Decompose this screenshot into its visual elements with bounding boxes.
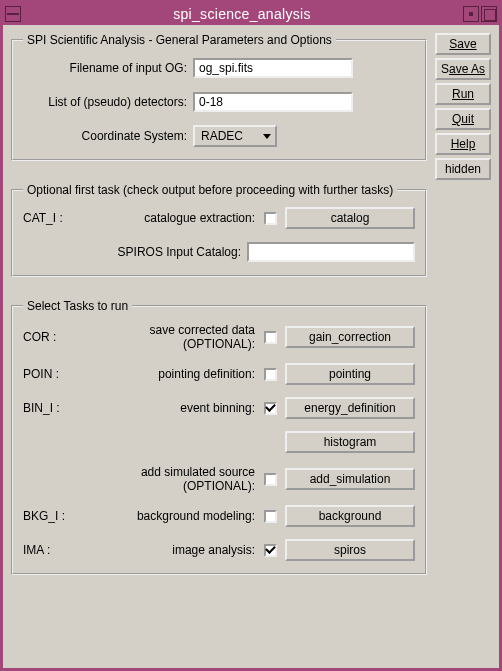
row-spiros-input: SPIROS Input Catalog:: [23, 241, 415, 263]
poin-prefix: POIN :: [23, 367, 77, 381]
main-area: SPI Scientific Analysis - General Parame…: [11, 33, 427, 575]
bkg-label: background modeling:: [77, 509, 261, 523]
row-coord: Coordinate System: RADEC: [23, 125, 415, 147]
group-optional-first: Optional first task (check output before…: [11, 183, 427, 277]
bin-prefix: BIN_I :: [23, 401, 77, 415]
group-optional-legend: Optional first task (check output before…: [23, 183, 397, 197]
row-bin: BIN_I : event binning: energy_definition: [23, 397, 415, 419]
poin-checkbox[interactable]: [264, 368, 277, 381]
gain-correction-button[interactable]: gain_correction: [285, 326, 415, 348]
client-area: Save Save As Run Quit Help hidden SPI Sc…: [3, 25, 499, 668]
ima-label: image analysis:: [77, 543, 261, 557]
titlebar: spi_science_analysis: [3, 3, 499, 25]
run-button[interactable]: Run: [435, 83, 491, 105]
group-general-legend: SPI Scientific Analysis - General Parame…: [23, 33, 336, 47]
row-poin: POIN : pointing definition: pointing: [23, 363, 415, 385]
filename-label: Filename of input OG:: [23, 61, 193, 75]
add-simulation-button[interactable]: add_simulation: [285, 468, 415, 490]
group-tasks-legend: Select Tasks to run: [23, 299, 132, 313]
energy-definition-button[interactable]: energy_definition: [285, 397, 415, 419]
cor-prefix: COR :: [23, 330, 77, 344]
histogram-button[interactable]: histogram: [285, 431, 415, 453]
save-as-button[interactable]: Save As: [435, 58, 491, 80]
window-frame: spi_science_analysis Save Save As Run Qu…: [0, 0, 502, 671]
ima-prefix: IMA :: [23, 543, 77, 557]
coord-select-value: RADEC: [201, 129, 243, 143]
spiros-label: SPIROS Input Catalog:: [83, 245, 247, 259]
spiros-input[interactable]: [247, 242, 415, 262]
save-button[interactable]: Save: [435, 33, 491, 55]
background-button[interactable]: background: [285, 505, 415, 527]
row-cat: CAT_I : catalogue extraction: catalog: [23, 207, 415, 229]
cat-label: catalogue extraction:: [83, 211, 261, 225]
coord-label: Coordinate System:: [23, 129, 193, 143]
chevron-down-icon: [263, 134, 271, 139]
pointing-button[interactable]: pointing: [285, 363, 415, 385]
cor-label: save corrected data (OPTIONAL):: [77, 323, 261, 351]
window-title: spi_science_analysis: [21, 6, 463, 22]
cat-checkbox[interactable]: [264, 212, 277, 225]
poin-label: pointing definition:: [77, 367, 261, 381]
minimize-icon[interactable]: [463, 6, 479, 22]
row-add-sim: add simulated source (OPTIONAL): add_sim…: [23, 465, 415, 493]
spiros-button[interactable]: spiros: [285, 539, 415, 561]
detectors-label: List of (pseudo) detectors:: [23, 95, 193, 109]
window-controls: [463, 6, 497, 22]
cat-prefix: CAT_I :: [23, 211, 83, 225]
row-ima: IMA : image analysis: spiros: [23, 539, 415, 561]
window-menu-icon[interactable]: [5, 6, 21, 22]
quit-button[interactable]: Quit: [435, 108, 491, 130]
row-filename: Filename of input OG:: [23, 57, 415, 79]
bkg-prefix: BKG_I :: [23, 509, 77, 523]
detectors-input[interactable]: [193, 92, 353, 112]
bin-checkbox[interactable]: [264, 402, 277, 415]
bkg-checkbox[interactable]: [264, 510, 277, 523]
help-button[interactable]: Help: [435, 133, 491, 155]
group-tasks: Select Tasks to run COR : save corrected…: [11, 299, 427, 575]
row-histogram: histogram: [23, 431, 415, 453]
row-bkg: BKG_I : background modeling: background: [23, 505, 415, 527]
group-general: SPI Scientific Analysis - General Parame…: [11, 33, 427, 161]
filename-input[interactable]: [193, 58, 353, 78]
cor-checkbox[interactable]: [264, 331, 277, 344]
addsim-checkbox[interactable]: [264, 473, 277, 486]
maximize-icon[interactable]: [481, 6, 497, 22]
hidden-button[interactable]: hidden: [435, 158, 491, 180]
row-detectors: List of (pseudo) detectors:: [23, 91, 415, 113]
coord-select[interactable]: RADEC: [193, 125, 277, 147]
sidebar: Save Save As Run Quit Help hidden: [435, 33, 491, 180]
save-as-label: Save As: [441, 62, 485, 76]
addsim-label: add simulated source (OPTIONAL):: [77, 465, 261, 493]
bin-label: event binning:: [77, 401, 261, 415]
row-cor: COR : save corrected data (OPTIONAL): ga…: [23, 323, 415, 351]
ima-checkbox[interactable]: [264, 544, 277, 557]
catalog-button[interactable]: catalog: [285, 207, 415, 229]
